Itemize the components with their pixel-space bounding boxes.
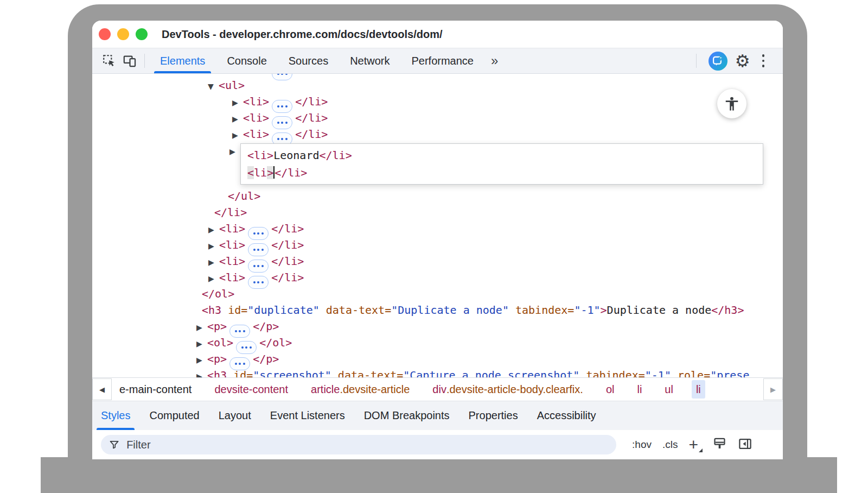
- dom-row[interactable]: ▶<li></li>: [92, 126, 783, 142]
- tab-performance[interactable]: Performance: [401, 48, 485, 73]
- code-tag: </ul>: [228, 189, 260, 203]
- code-tag: </p>: [253, 352, 279, 365]
- code-txt: Duplicate a node: [607, 304, 712, 317]
- expand-triangle-icon[interactable]: ▶: [229, 143, 240, 160]
- expand-triangle-icon[interactable]: ▶: [232, 111, 243, 127]
- expand-triangle-icon[interactable]: ▶: [196, 368, 207, 377]
- dom-row[interactable]: ▶<li></li>: [92, 220, 783, 237]
- new-style-rule-button[interactable]: +: [688, 437, 701, 453]
- breadcrumb-item-ol[interactable]: ol: [602, 380, 619, 399]
- dom-row[interactable]: ▶<li></li>: [92, 110, 783, 126]
- dom-row[interactable]: <h3 id="duplicate" data-text="Duplicate …: [92, 302, 783, 318]
- code-attr: id=: [227, 369, 253, 377]
- expand-triangle-icon[interactable]: ▶: [208, 238, 219, 254]
- dom-row[interactable]: ▶<li>Leonard</li><li></li>: [92, 142, 783, 188]
- filter-pill[interactable]: [101, 435, 616, 454]
- expand-triangle-icon[interactable]: ▶: [232, 94, 243, 111]
- code-tag: <h3: [207, 369, 227, 377]
- dom-row[interactable]: </ol>: [92, 286, 783, 302]
- edit-line[interactable]: <li></li>: [247, 164, 756, 181]
- traffic-lights: [99, 28, 148, 40]
- code-tag: </li>: [295, 74, 328, 75]
- elements-dom-tree: ▶<li></li>▼<ul>▶<li></li>▶<li></li>▶<li>…: [92, 74, 783, 377]
- sidebar-tab-styles[interactable]: Styles: [93, 401, 138, 430]
- tab-sources[interactable]: Sources: [278, 48, 339, 73]
- close-button[interactable]: [99, 28, 111, 40]
- crumb-tag: ul: [665, 383, 673, 396]
- filter-input[interactable]: [125, 438, 609, 452]
- expand-triangle-icon[interactable]: ▶: [196, 336, 207, 352]
- breadcrumb-item-article-devsite-article[interactable]: article.devsite-article: [307, 380, 414, 399]
- sidebar-tab-properties[interactable]: Properties: [461, 401, 526, 430]
- settings-gear-icon[interactable]: ⚙: [735, 53, 750, 69]
- code-tag: </li>: [214, 206, 247, 219]
- toggle-element-state-button[interactable]: :hov: [632, 439, 652, 451]
- code-tag: </li>: [271, 222, 304, 235]
- more-tabs-chevron-icon[interactable]: »: [487, 53, 502, 68]
- dom-row[interactable]: ▼<ul>: [92, 77, 783, 93]
- minimize-button[interactable]: [117, 28, 129, 40]
- code-attr: data-text=: [331, 369, 403, 377]
- dom-row[interactable]: ▶<li></li>: [92, 93, 783, 110]
- toggle-sidebar-icon[interactable]: [738, 437, 752, 453]
- expand-triangle-icon[interactable]: ▶: [208, 222, 219, 238]
- dom-rows: ▶<li></li>▼<ul>▶<li></li>▶<li></li>▶<li>…: [92, 74, 783, 377]
- code-tag: <li>: [219, 255, 245, 268]
- sidebar-tab-event-listeners[interactable]: Event Listeners: [263, 401, 353, 430]
- tab-elements[interactable]: Elements: [149, 48, 216, 73]
- dom-row[interactable]: ▶<li></li>: [92, 269, 783, 286]
- styles-toolbar-buttons: :hov .cls +: [632, 437, 774, 453]
- edit-line[interactable]: <li>Leonard</li>: [247, 147, 756, 164]
- breadcrumb-item-ul[interactable]: ul: [660, 380, 678, 399]
- breadcrumb-scroll-right-icon[interactable]: ▶: [763, 378, 783, 400]
- zoom-button[interactable]: [136, 28, 148, 40]
- more-menu-kebab-icon[interactable]: [758, 52, 769, 69]
- breadcrumb-item-e-main-content[interactable]: e-main-content: [115, 380, 196, 399]
- code-tag: <li>: [243, 111, 269, 124]
- breadcrumb-item-devsite-content[interactable]: devsite-content: [210, 380, 292, 399]
- breadcrumb-scroll-left-icon[interactable]: ◀: [92, 378, 112, 400]
- dom-row[interactable]: ▶<p></p>: [92, 318, 783, 334]
- breadcrumb-items: e-main-contentdevsite-contentarticle.dev…: [115, 380, 763, 399]
- expand-ellipsis-icon[interactable]: [248, 276, 269, 289]
- sidebar-tab-accessibility[interactable]: Accessibility: [529, 401, 604, 430]
- sidebar-tab-layout[interactable]: Layout: [211, 401, 259, 430]
- inspect-icon[interactable]: [99, 50, 119, 72]
- code-tag: </li>: [271, 271, 304, 284]
- breadcrumb-item-li[interactable]: li: [692, 380, 705, 399]
- accessibility-person-icon[interactable]: [717, 89, 746, 118]
- dom-row[interactable]: ▶<li></li>: [92, 253, 783, 269]
- code-tag: <li>: [243, 74, 269, 75]
- dom-row[interactable]: </ul>: [92, 188, 783, 204]
- sidebar-tab-computed[interactable]: Computed: [142, 401, 207, 430]
- tab-network[interactable]: Network: [339, 48, 400, 73]
- expand-triangle-icon[interactable]: ▶: [232, 127, 243, 143]
- device-toolbar-icon[interactable]: [119, 50, 140, 72]
- breadcrumb-item-li[interactable]: li: [633, 380, 646, 399]
- expand-triangle-icon[interactable]: ▶: [208, 254, 219, 270]
- code-tag: <li>: [219, 222, 245, 235]
- code-txt: Leonard: [273, 149, 319, 162]
- collapse-triangle-icon[interactable]: ▼: [208, 78, 219, 94]
- inline-edit-box[interactable]: <li>Leonard</li><li></li>: [240, 143, 763, 185]
- rendering-brush-icon[interactable]: [712, 437, 727, 453]
- dom-row[interactable]: </li>: [92, 204, 783, 220]
- dom-row[interactable]: ▶<p></p>: [92, 351, 783, 367]
- code-val: "Capture a node screenshot": [403, 369, 579, 377]
- expand-triangle-icon[interactable]: ▶: [196, 319, 207, 336]
- expand-triangle-icon[interactable]: ▶: [196, 352, 207, 368]
- title-bar: DevTools - developer.chrome.com/docs/dev…: [92, 21, 783, 48]
- code-tag: <ol>: [207, 336, 233, 349]
- dom-row[interactable]: ▶<ol></ol>: [92, 334, 783, 351]
- dom-row[interactable]: ▶<h3 id="screenshot" data-text="Capture …: [92, 367, 783, 377]
- expand-triangle-icon[interactable]: ▶: [208, 270, 219, 287]
- breadcrumb-item-div-devsite-article-body-clearfix-[interactable]: div.devsite-article-body.clearfix.: [428, 380, 588, 399]
- toolbar-divider: [144, 54, 145, 68]
- dom-row[interactable]: ▶<li></li>: [92, 237, 783, 253]
- element-classes-button[interactable]: .cls: [662, 439, 678, 451]
- tab-console[interactable]: Console: [216, 48, 277, 73]
- ai-assistant-icon[interactable]: [709, 52, 727, 71]
- styles-filter-bar: :hov .cls +: [92, 430, 783, 459]
- sidebar-tab-dom-breakpoints[interactable]: DOM Breakpoints: [356, 401, 457, 430]
- code-tag-hl: <: [247, 166, 254, 179]
